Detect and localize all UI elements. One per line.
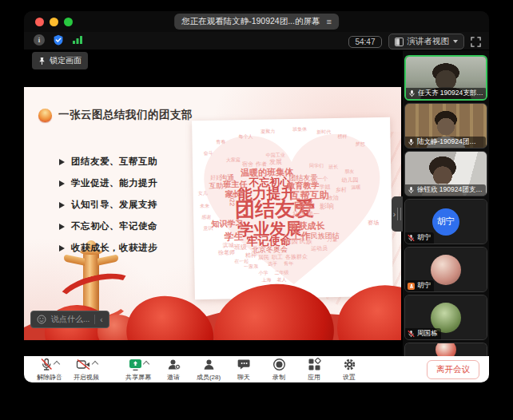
wordcloud-word: 2022 xyxy=(229,192,235,206)
wordcloud-word: 作者 xyxy=(256,161,267,167)
wordcloud-word: 民族 xyxy=(300,239,312,245)
participant-tile[interactable]: 陆文静-190924团支… xyxy=(404,103,487,149)
wordcloud-word: 榜样 xyxy=(337,134,347,139)
apps-button[interactable]: 应用 xyxy=(300,358,328,382)
wordcloud-word: 意识 xyxy=(203,226,213,231)
lock-view-button[interactable]: 锁定画面 xyxy=(32,52,88,69)
participant-tile[interactable]: 胡宁 胡宁 xyxy=(404,199,487,244)
wordcloud-word: 乡村 xyxy=(336,187,347,192)
slide-bullet: 不忘初心、牢记使命 xyxy=(59,216,157,237)
lock-view-label: 锁定画面 xyxy=(50,55,82,66)
wordcloud-word: 社区 xyxy=(292,212,305,218)
slide-bullet: 学业促进、能力提升 xyxy=(59,172,157,194)
wordcloud-word: 是一个 xyxy=(311,176,328,181)
bullet-arrow-icon xyxy=(59,159,65,165)
share-screen-button[interactable]: 共享屏幕 xyxy=(124,358,153,382)
chevron-up-icon[interactable] xyxy=(142,361,149,367)
wordcloud-word: 徐老师 xyxy=(218,249,235,255)
record-button[interactable]: 录制 xyxy=(264,358,293,382)
bottom-toolbar: 解除静音 开启视频 xyxy=(24,356,489,382)
meeting-window: 您正在观看陆文静-190924团...的屏幕 ≡ i 54:47 xyxy=(24,11,489,382)
participant-label: 任天齐 190924支部… xyxy=(406,88,487,99)
participant-tile[interactable]: 任天齐 190924支部… xyxy=(404,55,487,101)
sidebar-collapse-handle[interactable]: › xyxy=(392,196,403,232)
wordcloud-word: 一家亲 xyxy=(244,264,258,269)
wordcloud-word: 滨城 xyxy=(223,242,234,248)
wordcloud-card: 团结友爱学业发展能力提升牢记使命不忘初心温暖的班集体互帮互助同学影响收获成长教育… xyxy=(192,117,393,299)
wordcloud-word: 知识学习 xyxy=(211,220,243,228)
collapse-chat-icon[interactable]: ‹ xyxy=(100,315,102,324)
slide-title-row: 一张云图总结我们的团支部 xyxy=(38,108,193,122)
participant-avatar xyxy=(405,343,487,356)
participants-button[interactable]: 成员(28) xyxy=(194,358,223,382)
unmute-button[interactable]: 解除静音 xyxy=(35,358,64,382)
main-content: 锁定画面 一张云图总结我们的团支部 团结友爱、互帮互助 学业促进、能力提升 认知… xyxy=(24,50,489,356)
participant-tile[interactable]: 徐钰欣 190924团支… xyxy=(404,151,487,196)
presentation-slide: 一张云图总结我们的团支部 团结友爱、互帮互助 学业促进、能力提升 认知引导、发展… xyxy=(24,87,401,340)
participant-tile[interactable] xyxy=(404,343,487,356)
view-mode-button[interactable]: 演讲者视图 xyxy=(388,34,465,50)
top-toolbar: i 54:47 演讲者视图 xyxy=(24,32,489,50)
settings-button[interactable]: 设置 xyxy=(335,358,364,382)
slide-bullet: 认知引导、发展支持 xyxy=(59,194,157,216)
emoji-icon[interactable] xyxy=(37,315,46,324)
mic-on-icon xyxy=(408,138,415,146)
wordcloud-word: 青年 xyxy=(284,261,293,266)
chat-placeholder: 说点什么... xyxy=(51,314,89,325)
chevron-up-icon[interactable] xyxy=(91,361,97,367)
wordcloud-word: 大家庭 xyxy=(226,157,241,162)
bullet-arrow-icon xyxy=(59,202,65,208)
titlebar: 您正在观看陆文静-190924团...的屏幕 ≡ xyxy=(24,11,489,32)
participant-tile[interactable]: 胡宁 xyxy=(404,247,487,292)
meeting-timer: 54:47 xyxy=(348,36,381,48)
wordcloud-word: 班级 xyxy=(234,244,247,251)
wordcloud-word: 新时代 xyxy=(316,129,331,134)
wordcloud-word: 温暖的班集体 xyxy=(241,168,293,177)
chevron-down-icon xyxy=(453,40,458,43)
wordcloud-word: 凝聚力 xyxy=(260,129,275,133)
wordcloud-word: 互助 xyxy=(209,183,223,190)
wordcloud-word: 运动员 xyxy=(311,245,328,251)
wordcloud-word: 精神 xyxy=(245,252,256,258)
wordcloud-word: 互帮互助 xyxy=(291,190,329,200)
slide-bullet: 团结友爱、互帮互助 xyxy=(59,151,157,172)
wordcloud-word: 力量 xyxy=(327,236,338,242)
speaker-view-icon xyxy=(395,38,404,46)
wordcloud-word: 原因 xyxy=(285,239,298,245)
chat-input[interactable]: 说点什么... ‹ xyxy=(30,311,109,328)
wordcloud-word: 学姐 xyxy=(319,184,330,189)
participants-sidebar: › 任天齐 190924支部… xyxy=(403,50,489,356)
network-signal-icon[interactable] xyxy=(72,35,83,45)
wordcloud-word: 影响 xyxy=(320,203,334,210)
participant-label: 胡宁 xyxy=(405,232,434,244)
encryption-shield-icon[interactable] xyxy=(53,34,64,46)
fullscreen-icon[interactable] xyxy=(471,37,481,47)
mic-muted-icon xyxy=(40,358,53,371)
chat-button[interactable]: 聊天 xyxy=(229,358,258,382)
banner-menu-icon[interactable]: ≡ xyxy=(326,17,331,26)
participant-label: 徐钰欣 190924团支… xyxy=(405,184,486,196)
wordcloud-word: 学生 xyxy=(225,232,244,241)
participants-icon xyxy=(202,358,216,371)
start-video-button[interactable]: 开启视频 xyxy=(72,358,101,382)
wordcloud-word: 班集体 xyxy=(292,127,307,132)
wordcloud-word: 第一 xyxy=(307,211,320,217)
chevron-up-icon[interactable] xyxy=(54,361,60,367)
meeting-info-icon[interactable]: i xyxy=(34,34,45,46)
zoom-window-button[interactable] xyxy=(64,18,73,26)
invite-button[interactable]: 邀请 xyxy=(159,358,188,382)
wordcloud-word: 青春 xyxy=(216,139,225,144)
wordcloud-word: 同学们 xyxy=(309,163,324,168)
wordcloud-word: 女儿 xyxy=(198,191,208,196)
watching-screen-banner[interactable]: 您正在观看陆文静-190924团...的屏幕 ≡ xyxy=(174,14,339,30)
leave-meeting-button[interactable]: 离开会议 xyxy=(427,360,479,379)
close-window-button[interactable] xyxy=(35,18,44,26)
wordcloud-word: 宿舍 xyxy=(242,161,253,167)
wordcloud-word: 上海 xyxy=(262,277,272,282)
minimize-window-button[interactable] xyxy=(50,18,58,26)
wordcloud-word: 发展 xyxy=(269,159,282,165)
wordcloud-word: 居民 xyxy=(258,255,269,260)
participant-tile[interactable]: 周国栋 xyxy=(404,295,487,340)
shared-screen-area: 锁定画面 一张云图总结我们的团支部 团结友爱、互帮互助 学业促进、能力提升 认知… xyxy=(24,50,401,356)
wordcloud-word: 沟通 xyxy=(220,174,234,181)
